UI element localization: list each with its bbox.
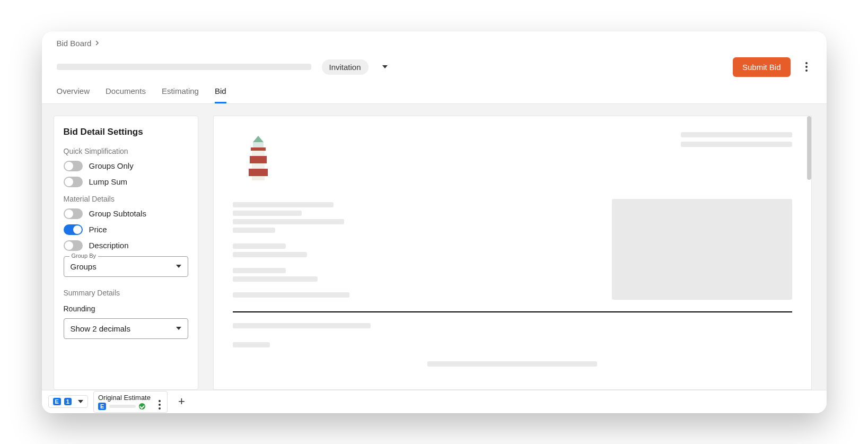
- estimate-tab-menu[interactable]: [154, 396, 165, 413]
- toggle-price-label: Price: [89, 225, 107, 234]
- skeleton-line: [233, 252, 307, 257]
- estimate-tab-title: Original Estimate: [98, 394, 163, 402]
- skeleton-line: [681, 132, 792, 137]
- section-material-details: Material Details: [64, 195, 188, 203]
- toggle-price-row: Price: [64, 224, 188, 235]
- skeleton-line: [427, 361, 597, 367]
- chevron-down-icon[interactable]: [382, 65, 388, 68]
- check-icon: [139, 403, 145, 410]
- skeleton-line: [233, 228, 275, 233]
- skeleton-line: [109, 405, 136, 408]
- svg-rect-3: [252, 151, 265, 156]
- lighthouse-icon: [242, 134, 274, 181]
- toggle-groups-only-label: Groups Only: [89, 161, 134, 170]
- settings-sidebar: Bid Detail Settings Quick Simplification…: [54, 116, 198, 390]
- skeleton-line: [233, 202, 334, 207]
- skeleton-line: [233, 323, 371, 328]
- tab-estimating[interactable]: Estimating: [162, 86, 199, 103]
- company-logo: [233, 132, 284, 183]
- section-summary-details: Summary Details: [64, 289, 188, 297]
- skeleton-line: [233, 268, 286, 273]
- add-estimate-button[interactable]: +: [173, 393, 190, 411]
- toggle-lump-sum-label: Lump Sum: [89, 177, 128, 186]
- skeleton-line: [233, 276, 318, 282]
- svg-rect-2: [251, 147, 266, 151]
- skeleton-image: [612, 199, 792, 300]
- sidebar-title: Bid Detail Settings: [64, 127, 188, 137]
- chevron-down-icon: [176, 327, 181, 330]
- chevron-down-icon: [78, 400, 83, 403]
- toggle-description-row: Description: [64, 240, 188, 251]
- e-count: 1: [64, 398, 72, 405]
- toggle-price[interactable]: [64, 224, 83, 235]
- nav-tabs: Overview Documents Estimating Bid: [42, 77, 827, 104]
- doc-left-col: [233, 199, 591, 301]
- chevron-right-icon: [94, 40, 100, 46]
- tab-documents[interactable]: Documents: [106, 86, 146, 103]
- app-window: Bid Board Invitation Submit Bid Overview…: [42, 31, 827, 413]
- status-label: Invitation: [329, 63, 361, 72]
- svg-rect-4: [250, 156, 267, 163]
- svg-rect-1: [253, 142, 264, 147]
- estimate-tab[interactable]: Original Estimate E: [93, 391, 168, 413]
- estimate-tab-row: E: [98, 403, 163, 410]
- group-by-float-label: Group By: [69, 253, 98, 259]
- group-by-value: Groups: [71, 262, 97, 271]
- estimate-selector[interactable]: E 1: [48, 395, 88, 408]
- rounding-select[interactable]: Show 2 decimals: [64, 318, 188, 339]
- title-placeholder: [57, 64, 311, 70]
- group-by-select[interactable]: Group By Groups: [64, 256, 188, 277]
- estimate-footer: E 1 Original Estimate E +: [42, 390, 827, 413]
- toggle-group-subtotals-row: Group Subtotals: [64, 208, 188, 219]
- toggle-lump-sum-row: Lump Sum: [64, 177, 188, 187]
- status-chip[interactable]: Invitation: [322, 59, 369, 75]
- tab-overview[interactable]: Overview: [57, 86, 90, 103]
- main-content: Bid Detail Settings Quick Simplification…: [42, 104, 827, 390]
- toggle-description-label: Description: [89, 241, 129, 250]
- more-options-button[interactable]: [801, 58, 812, 76]
- breadcrumb[interactable]: Bid Board: [57, 39, 812, 48]
- skeleton-line: [233, 342, 270, 347]
- rounding-value: Show 2 decimals: [71, 324, 130, 333]
- rounding-label: Rounding: [64, 304, 188, 313]
- svg-rect-5: [252, 163, 265, 169]
- section-quick-simplification: Quick Simplification: [64, 147, 188, 155]
- submit-bid-button[interactable]: Submit Bid: [733, 57, 791, 77]
- toggle-groups-only[interactable]: [64, 161, 83, 171]
- scrollbar-thumb[interactable]: [807, 116, 811, 180]
- topbar: Bid Board: [42, 31, 827, 48]
- doc-header-right: [681, 132, 792, 147]
- breadcrumb-label: Bid Board: [57, 39, 92, 48]
- doc-divider: [233, 311, 792, 312]
- doc-body: [233, 199, 792, 301]
- doc-header: [233, 132, 792, 183]
- toggle-lump-sum[interactable]: [64, 177, 83, 187]
- toggle-description[interactable]: [64, 240, 83, 251]
- toggle-groups-only-row: Groups Only: [64, 161, 188, 171]
- header-row: Invitation Submit Bid: [42, 48, 827, 77]
- skeleton-line: [233, 219, 344, 224]
- tab-bid[interactable]: Bid: [215, 86, 226, 103]
- chevron-down-icon: [176, 265, 181, 268]
- document-preview[interactable]: [213, 116, 812, 390]
- e-chip: E: [53, 398, 61, 405]
- skeleton-line: [233, 211, 302, 216]
- svg-marker-0: [253, 136, 264, 142]
- svg-rect-6: [249, 169, 268, 176]
- toggle-group-subtotals-label: Group Subtotals: [89, 209, 146, 218]
- skeleton-line: [681, 142, 792, 147]
- skeleton-line: [233, 243, 286, 249]
- e-chip-small: E: [98, 403, 106, 410]
- toggle-group-subtotals[interactable]: [64, 208, 83, 219]
- skeleton-line: [233, 292, 349, 298]
- svg-rect-7: [252, 176, 265, 180]
